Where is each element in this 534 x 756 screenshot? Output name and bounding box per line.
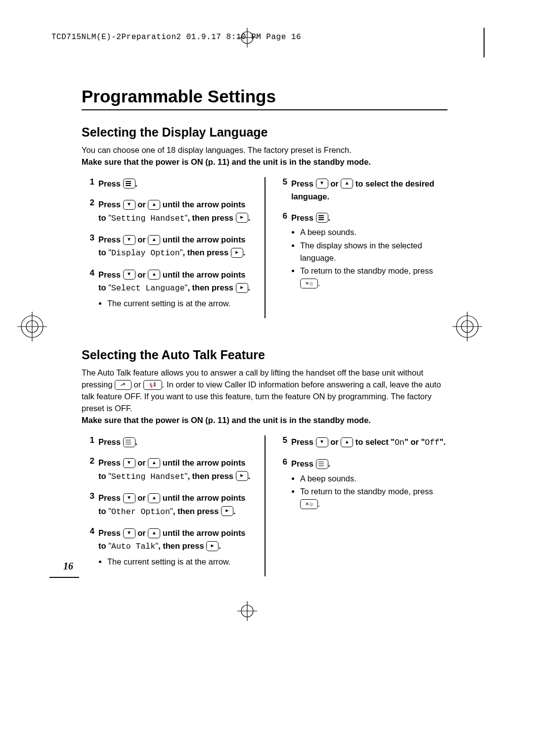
- step-number: 4: [82, 526, 94, 536]
- step-5: 5 Press or to select the desired languag…: [274, 177, 447, 203]
- bullet-item: The current setting is at the arrow.: [107, 297, 255, 310]
- bullet-item: A beep sounds.: [300, 226, 447, 238]
- t: , then press: [173, 507, 221, 516]
- column-divider: [265, 435, 266, 576]
- step-body: Press or until the arrow points to "Sele…: [98, 268, 255, 311]
- t: , then press: [187, 213, 235, 222]
- t: Press: [291, 213, 316, 222]
- menu-button-icon: [316, 213, 328, 223]
- step-body: Press . A beep sounds. To return to the …: [291, 457, 433, 511]
- right-button-icon: [231, 248, 243, 258]
- t: or: [135, 200, 148, 209]
- bullet-item: A beep sounds.: [300, 472, 433, 485]
- t: or: [328, 179, 341, 188]
- right-button-icon: [206, 541, 219, 551]
- step-number: 5: [274, 177, 287, 187]
- step-text: Press: [98, 179, 123, 188]
- t: or: [135, 270, 148, 279]
- intro-text-2: The Auto Talk feature allows you to answ…: [82, 367, 447, 426]
- up-button-icon: [148, 200, 160, 210]
- standby-note: Make sure that the power is ON (p. 11) a…: [82, 156, 447, 168]
- step-number: 2: [82, 456, 94, 466]
- step-bullets: A beep sounds. To return to the standby …: [300, 472, 433, 510]
- up-button-icon: [148, 235, 160, 245]
- step-body: Press or until the arrow points to "Sett…: [98, 198, 255, 225]
- intro-text: You can choose one of 18 display languag…: [82, 144, 447, 168]
- t: Press: [98, 458, 123, 467]
- t: Press: [291, 459, 316, 468]
- page-number: 16: [63, 561, 73, 572]
- registration-mark-bottom-icon: [237, 601, 257, 621]
- step-number: 6: [274, 457, 287, 467]
- menu-option: Display Option: [111, 248, 180, 258]
- up-button-icon: [148, 528, 160, 538]
- right-button-icon: [236, 213, 248, 223]
- menu-option: Setting Handset: [111, 472, 185, 481]
- t: or: [135, 235, 148, 244]
- t: Press: [291, 437, 316, 446]
- down-button-icon: [123, 270, 135, 280]
- speaker-button-icon: [143, 380, 162, 390]
- page-content: Programmable Settings Selecting the Disp…: [82, 74, 447, 576]
- step-body: Press or to select "On" or "Off".: [291, 435, 445, 449]
- t: Press: [98, 270, 123, 279]
- bullet-item: The display shows in the selected langua…: [300, 239, 447, 264]
- talk-button-icon: [115, 380, 132, 390]
- step-5: 5 Press or to select "On" or "Off".: [274, 435, 447, 449]
- up-button-icon: [148, 458, 160, 468]
- t: or: [328, 437, 341, 446]
- crop-mark-bottom-left-icon: [49, 577, 79, 578]
- t: or: [135, 493, 148, 502]
- step-body: Press or until the arrow points to "Auto…: [98, 526, 255, 569]
- t: .: [248, 283, 251, 292]
- up-button-icon: [148, 270, 160, 280]
- step-number: 6: [274, 211, 287, 221]
- menu-option: Setting Handset: [111, 214, 185, 223]
- step-body: Press .: [98, 435, 137, 448]
- t: Press: [291, 179, 316, 188]
- menu-button-icon: [123, 179, 135, 189]
- step-text: .: [135, 179, 138, 188]
- bullet-item: The current setting is at the arrow.: [107, 556, 255, 568]
- step-3: 3 Press or until the arrow points to "Di…: [82, 233, 255, 260]
- t: Press: [98, 528, 123, 537]
- section-heading-auto-talk: Selecting the Auto Talk Feature: [82, 348, 447, 362]
- t: or: [135, 458, 148, 467]
- column-divider: [265, 177, 266, 318]
- step-bullets: A beep sounds. The display shows in the …: [300, 226, 447, 289]
- steps-right-column: 5 Press or to select the desired languag…: [265, 177, 447, 318]
- step-number: 5: [274, 435, 287, 445]
- step-2: 2 Press or until the arrow points to "Se…: [82, 456, 255, 483]
- step-body: Press or until the arrow points to "Sett…: [98, 456, 255, 483]
- t: ".: [440, 437, 445, 446]
- standby-note: Make sure that the power is ON (p. 11) a…: [82, 416, 371, 425]
- t: , then press: [187, 472, 235, 480]
- t: to select ": [353, 437, 395, 446]
- menu-option: Select Language: [111, 284, 185, 293]
- t: , then press: [158, 541, 206, 550]
- step-body: Press or until the arrow points to "Othe…: [98, 491, 255, 519]
- t: , then press: [183, 248, 231, 257]
- t: To return to the standby mode, press: [300, 487, 433, 496]
- registration-mark-top-icon: [237, 28, 257, 47]
- step-4: 4 Press or until the arrow points to "Au…: [82, 526, 255, 569]
- step-bullets: The current setting is at the arrow.: [107, 556, 255, 568]
- down-button-icon: [123, 493, 135, 503]
- t: Press: [98, 200, 123, 209]
- step-body: Press .: [98, 177, 137, 190]
- down-button-icon: [123, 528, 135, 538]
- t: " or ": [404, 437, 425, 446]
- up-button-icon: [341, 437, 353, 447]
- step-bullets: The current setting is at the arrow.: [107, 297, 255, 310]
- bullet-item: To return to the standby mode, press .: [300, 485, 433, 510]
- page-title: Programmable Settings: [82, 87, 447, 110]
- crop-mark-top-right-icon: [484, 28, 485, 57]
- step-number: 1: [82, 435, 94, 445]
- t: To return to the standby mode, press: [300, 266, 433, 275]
- t: .: [248, 472, 251, 480]
- step-number: 4: [82, 268, 94, 278]
- t: .: [328, 459, 331, 468]
- step-body: Press . A beep sounds. The display shows…: [291, 211, 447, 290]
- step-1: 1 Press .: [82, 177, 255, 190]
- print-header: TCD715NLM(E)-2Preparation2 01.9.17 8:10 …: [51, 33, 301, 42]
